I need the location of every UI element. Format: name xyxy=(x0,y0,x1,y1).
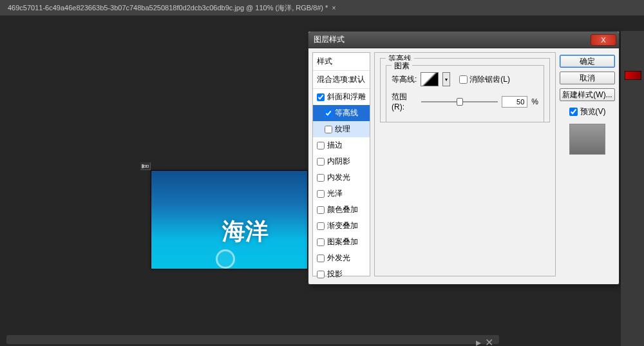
style-contour[interactable]: 等高线 xyxy=(313,105,370,121)
styles-list: 样式 混合选项:默认 斜面和浮雕 等高线 纹理 xyxy=(312,52,370,276)
style-outer-glow[interactable]: 外发光 xyxy=(313,250,370,266)
style-satin[interactable]: 光泽 xyxy=(313,186,370,202)
style-label: 内发光 xyxy=(327,172,350,183)
antialias-label: 消除锯齿(L) xyxy=(469,74,510,85)
style-label: 等高线 xyxy=(335,108,358,119)
document-tabbar: 469c57011-6c49a46e823663b5-3b07c748ba525… xyxy=(0,0,644,15)
contour-fieldset: 等高线 图素 等高线: ▾ 消除锯齿(L) xyxy=(380,58,550,122)
range-input[interactable] xyxy=(502,96,527,108)
style-drop-shadow-checkbox[interactable] xyxy=(317,271,325,278)
style-inner-shadow[interactable]: 内阴影 xyxy=(313,153,370,169)
contour-label: 等高线: xyxy=(392,74,417,85)
antialias-checkbox[interactable] xyxy=(459,75,468,84)
style-satin-checkbox[interactable] xyxy=(317,190,325,198)
style-stroke[interactable]: 描边 xyxy=(313,137,370,153)
horizontal-scrollbar[interactable]: ▸ ✕ xyxy=(6,335,499,344)
range-unit: % xyxy=(531,97,538,106)
dialog-right-column: 确定 取消 新建样式(W)... 预览(V) xyxy=(556,52,615,276)
style-label: 纹理 xyxy=(335,124,350,135)
style-label: 光泽 xyxy=(327,188,343,199)
canvas-text: 海洋 xyxy=(222,216,269,247)
contour-thumbnail[interactable] xyxy=(421,72,439,86)
styles-header[interactable]: 样式 xyxy=(313,53,370,71)
style-bevel-checkbox[interactable] xyxy=(317,93,325,101)
dialog-title: 图层样式 xyxy=(311,34,591,45)
close-button[interactable]: X xyxy=(591,34,616,46)
style-label: 外发光 xyxy=(327,253,350,264)
style-label: 颜色叠加 xyxy=(327,204,358,215)
preview-label: 预览(V) xyxy=(580,106,606,117)
style-settings-panel: 等高线 图素 等高线: ▾ 消除锯齿(L) xyxy=(374,52,556,276)
style-inner-glow[interactable]: 内发光 xyxy=(313,169,370,186)
style-label: 投影 xyxy=(327,269,343,280)
style-label: 斜面和浮雕 xyxy=(327,91,366,102)
dialog-body: 样式 混合选项:默认 斜面和浮雕 等高线 纹理 xyxy=(308,48,619,280)
style-contour-checkbox[interactable] xyxy=(325,110,332,117)
style-color-overlay-checkbox[interactable] xyxy=(317,206,325,214)
canvas-area: 海洋 xyxy=(140,162,308,269)
style-color-overlay[interactable]: 颜色叠加 xyxy=(313,202,370,218)
style-outer-glow-checkbox[interactable] xyxy=(317,255,325,262)
style-gradient-overlay-checkbox[interactable] xyxy=(317,222,325,230)
style-pattern-overlay-checkbox[interactable] xyxy=(317,238,325,246)
style-drop-shadow[interactable]: 投影 xyxy=(313,266,370,282)
cancel-button[interactable]: 取消 xyxy=(560,72,615,84)
preview-checkbox[interactable] xyxy=(569,108,578,116)
color-chip-red[interactable] xyxy=(625,71,641,80)
style-stroke-checkbox[interactable] xyxy=(317,142,325,149)
document-tab[interactable]: 469c57011-6c49a46e823663b5-3b07c748ba525… xyxy=(3,1,341,15)
document-tab-title: 469c57011-6c49a46e823663b5-3b07c748ba525… xyxy=(8,3,328,13)
chevron-down-icon[interactable]: ▾ xyxy=(442,72,450,86)
style-texture-checkbox[interactable] xyxy=(325,126,332,133)
style-label: 图案叠加 xyxy=(327,236,358,247)
style-label: 内阴影 xyxy=(327,156,350,167)
canvas-circle-shape xyxy=(216,249,235,269)
antialias-option[interactable]: 消除锯齿(L) xyxy=(459,74,510,85)
style-inner-glow-checkbox[interactable] xyxy=(317,174,325,182)
blend-options-row[interactable]: 混合选项:默认 xyxy=(313,71,370,89)
new-style-button[interactable]: 新建样式(W)... xyxy=(560,88,615,101)
style-pattern-overlay[interactable]: 图案叠加 xyxy=(313,234,370,250)
dialog-titlebar[interactable]: 图层样式 X xyxy=(308,32,619,48)
layer-style-dialog: 图层样式 X 样式 混合选项:默认 斜面和浮雕 等高线 xyxy=(308,31,620,285)
style-texture[interactable]: 纹理 xyxy=(313,121,370,137)
style-label: 渐变叠加 xyxy=(327,220,358,231)
style-inner-shadow-checkbox[interactable] xyxy=(317,158,325,166)
style-bevel[interactable]: 斜面和浮雕 xyxy=(313,89,370,105)
document-canvas[interactable]: 海洋 xyxy=(151,170,308,269)
style-gradient-overlay[interactable]: 渐变叠加 xyxy=(313,218,370,234)
style-label: 描边 xyxy=(327,140,343,151)
element-group: 图素 等高线: ▾ 消除锯齿(L) 范围(R): xyxy=(386,65,544,122)
ok-button[interactable]: 确定 xyxy=(560,55,615,68)
workspace: 海洋 图层样式 X 样式 混合选项:默认 斜面和浮雕 等高 xyxy=(0,15,644,346)
inner-legend: 图素 xyxy=(392,61,412,72)
ruler-corner[interactable] xyxy=(140,162,151,170)
range-slider[interactable] xyxy=(421,97,498,107)
preview-swatch xyxy=(569,124,605,155)
preview-option[interactable]: 预览(V) xyxy=(560,106,615,117)
close-icon[interactable]: × xyxy=(332,5,336,12)
range-label: 范围(R): xyxy=(392,91,417,111)
